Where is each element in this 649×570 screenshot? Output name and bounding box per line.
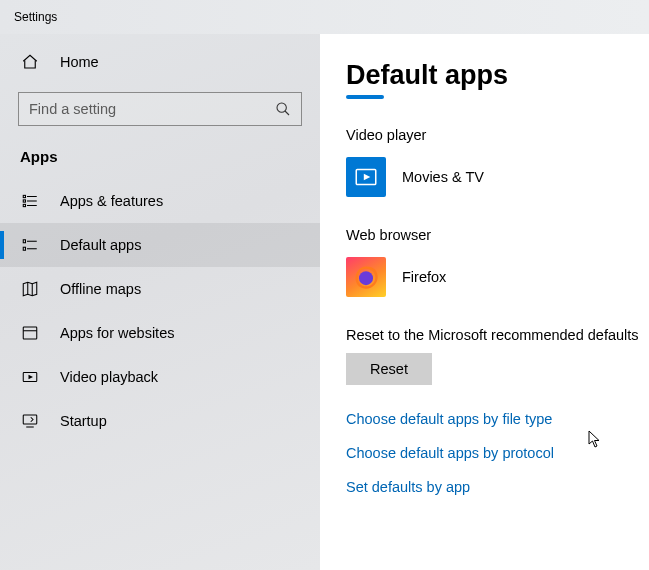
window-titlebar: Settings	[0, 0, 649, 34]
app-window-icon	[20, 323, 40, 343]
web-browser-group: Web browser Firefox	[320, 227, 649, 299]
video-icon	[20, 367, 40, 387]
web-browser-app-name: Firefox	[402, 269, 446, 285]
video-player-app-button[interactable]: Movies & TV	[346, 155, 626, 199]
link-default-by-protocol[interactable]: Choose default apps by protocol	[346, 445, 649, 461]
window-title: Settings	[14, 10, 57, 24]
svg-rect-14	[23, 327, 37, 339]
sidebar-item-apps-features[interactable]: Apps & features	[0, 179, 320, 223]
links-group: Choose default apps by file type Choose …	[320, 411, 649, 495]
startup-icon	[20, 411, 40, 431]
title-underline	[346, 95, 384, 99]
sidebar-item-label: Apps & features	[60, 193, 163, 209]
list-icon	[20, 191, 40, 211]
movies-tv-icon	[346, 157, 386, 197]
home-label: Home	[60, 54, 99, 70]
search-wrap	[0, 82, 320, 136]
search-icon	[275, 101, 291, 117]
svg-line-1	[285, 111, 289, 115]
video-player-heading: Video player	[346, 127, 649, 143]
web-browser-app-button[interactable]: Firefox	[346, 255, 626, 299]
sidebar-section-title: Apps	[0, 136, 320, 179]
reset-button[interactable]: Reset	[346, 353, 432, 385]
sidebar-item-offline-maps[interactable]: Offline maps	[0, 267, 320, 311]
svg-rect-18	[23, 415, 37, 424]
sidebar-nav: Apps & features Default apps	[0, 179, 320, 443]
svg-point-0	[277, 103, 286, 112]
map-icon	[20, 279, 40, 299]
svg-rect-10	[23, 240, 25, 243]
firefox-icon	[346, 257, 386, 297]
svg-point-22	[359, 271, 373, 285]
home-button[interactable]: Home	[0, 42, 320, 82]
svg-marker-17	[29, 375, 34, 380]
sidebar-item-startup[interactable]: Startup	[0, 399, 320, 443]
web-browser-heading: Web browser	[346, 227, 649, 243]
sidebar-item-label: Video playback	[60, 369, 158, 385]
sidebar-item-label: Startup	[60, 413, 107, 429]
sidebar-item-video-playback[interactable]: Video playback	[0, 355, 320, 399]
svg-rect-6	[23, 200, 25, 202]
search-box[interactable]	[18, 92, 302, 126]
reset-description: Reset to the Microsoft recommended defau…	[320, 327, 649, 343]
svg-rect-11	[23, 247, 25, 250]
sidebar-item-label: Apps for websites	[60, 325, 174, 341]
search-input[interactable]	[19, 93, 301, 125]
main-area: Home Apps	[0, 34, 649, 570]
defaults-icon	[20, 235, 40, 255]
content-pane: Default apps Video player Movies & TV We…	[320, 34, 649, 570]
sidebar-item-label: Default apps	[60, 237, 141, 253]
sidebar-item-label: Offline maps	[60, 281, 141, 297]
svg-rect-7	[23, 204, 25, 206]
svg-rect-5	[23, 195, 25, 197]
video-player-group: Video player Movies & TV	[320, 127, 649, 199]
sidebar-item-apps-for-websites[interactable]: Apps for websites	[0, 311, 320, 355]
sidebar-item-default-apps[interactable]: Default apps	[0, 223, 320, 267]
home-icon	[20, 52, 40, 72]
link-default-by-file-type[interactable]: Choose default apps by file type	[346, 411, 649, 427]
page-title: Default apps	[320, 60, 649, 91]
video-player-app-name: Movies & TV	[402, 169, 484, 185]
link-set-defaults-by-app[interactable]: Set defaults by app	[346, 479, 649, 495]
sidebar: Home Apps	[0, 34, 320, 570]
svg-marker-21	[364, 174, 371, 181]
